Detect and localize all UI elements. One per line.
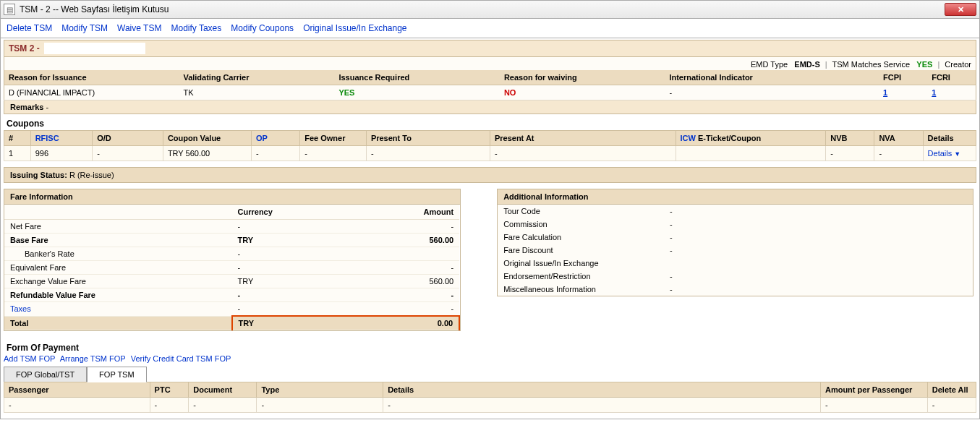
th-nva: NVA <box>874 131 923 146</box>
fop-tabs: FOP Global/TSTFOP TSM <box>4 366 976 382</box>
th-fcpi: FCPI <box>879 70 927 85</box>
original-issue-link[interactable]: Original Issue/In Exchange <box>303 23 406 33</box>
coupon-n: 1 <box>4 146 31 161</box>
th-currency: Currency <box>232 205 346 220</box>
emd-type-value: EMD-S <box>794 60 819 69</box>
additional-panel-title: Additional Information <box>498 189 973 205</box>
creator-label: Creator <box>945 60 971 69</box>
th-passenger: Passenger <box>4 382 150 398</box>
exchange-fare-label: Exchange Value Fare <box>4 275 232 288</box>
matches-value: YES <box>916 60 932 69</box>
tab-fop-global[interactable]: FOP Global/TST <box>4 367 87 382</box>
arrange-tsm-fop-link[interactable]: Arrange TSM FOP <box>60 354 126 363</box>
taxes-link[interactable]: Taxes <box>10 304 31 313</box>
commission-label: Commission <box>498 218 664 231</box>
window-titlebar: ▤ TSM - 2 -- Web Sayfası İletişim Kutusu… <box>0 0 980 19</box>
coupon-present-to: - <box>366 146 490 161</box>
th-reason: Reason for Issuance <box>4 70 179 85</box>
delete-tsm-link[interactable]: Delete TSM <box>7 23 52 33</box>
misc-label: Miscellaneous Information <box>498 283 664 296</box>
th-carrier: Validating Carrier <box>179 70 334 85</box>
th-present-at: Present At <box>490 131 676 146</box>
modify-coupons-link[interactable]: Modify Coupons <box>231 23 294 33</box>
tab-fop-tsm[interactable]: FOP TSM <box>87 367 147 382</box>
reason-value: D (FINANCIAL IMPACT) <box>4 85 179 100</box>
tsm-header-row: TSM 2 - <box>4 40 976 57</box>
intl-value: - <box>665 85 879 100</box>
coupons-table: # RFISC O/D Coupon Value OP Fee Owner Pr… <box>4 130 976 161</box>
th-document: Document <box>189 382 257 398</box>
info-table: Reason for Issuance Validating Carrier I… <box>4 70 976 100</box>
separator: | <box>825 60 827 69</box>
remarks-label: Remarks <box>10 103 43 111</box>
th-delete: Delete All <box>927 382 976 398</box>
refund-fare-label: Refundable Value Fare <box>4 288 232 302</box>
fop-row: - - - - - - - <box>4 398 976 413</box>
th-od: O/D <box>93 131 163 146</box>
emd-type-label: EMD Type <box>751 60 788 69</box>
fcri-link[interactable]: 1 <box>932 88 936 97</box>
coupon-present-at: - <box>490 146 676 161</box>
waiving-value: NO <box>500 85 665 100</box>
add-tsm-fop-link[interactable]: Add TSM FOP <box>4 354 55 363</box>
action-toolbar: Delete TSM Modify TSM Waive TSM Modify T… <box>0 19 980 38</box>
tour-label: Tour Code <box>498 205 664 218</box>
th-op[interactable]: OP <box>256 134 268 142</box>
coupon-row: 1 996 - TRY 560.00 - - - - - - Details ▼ <box>4 146 976 161</box>
tsm-label: TSM 2 - <box>9 43 40 54</box>
bankers-rate-label: Banker's Rate <box>4 247 232 261</box>
fare-panel: Fare Information Currency Amount Net Far… <box>4 189 461 331</box>
remarks-row: Remarks - <box>4 100 976 114</box>
net-fare-label: Net Fare <box>4 220 232 234</box>
modify-tsm-link[interactable]: Modify TSM <box>61 23 108 33</box>
coupon-nva: - <box>874 146 923 161</box>
th-waiving: Reason for waiving <box>500 70 665 85</box>
th-details: Details <box>923 131 976 146</box>
tsm-name-field[interactable] <box>44 43 145 54</box>
info-row: D (FINANCIAL IMPACT) TK YES NO - 1 1 <box>4 85 976 100</box>
th-amount: Amount per Passenger <box>820 382 927 398</box>
total-label: Total <box>4 316 232 330</box>
base-fare-label: Base Fare <box>4 234 232 247</box>
endorse-label: Endorsement/Restriction <box>498 270 664 283</box>
th-fee-owner: Fee Owner <box>300 131 367 146</box>
modify-taxes-link[interactable]: Modify Taxes <box>171 23 221 33</box>
coupon-nvb: - <box>826 146 874 161</box>
remarks-value: - <box>46 103 49 111</box>
th-coupon-value: Coupon Value <box>163 131 251 146</box>
fop-title: Form Of Payment <box>4 338 976 354</box>
th-details: Details <box>383 382 821 398</box>
verify-cc-link[interactable]: Verify Credit Card TSM FOP <box>131 354 231 363</box>
total-amount: 0.00 <box>346 316 459 330</box>
th-fcri: FCRI <box>927 70 976 85</box>
fop-table: Passenger PTC Document Type Details Amou… <box>4 382 976 413</box>
coupons-title: Coupons <box>4 114 976 130</box>
th-amount: Amount <box>346 205 459 220</box>
th-present-to: Present To <box>366 131 490 146</box>
coupon-rfisc: 996 <box>30 146 93 161</box>
fop-links: Add TSM FOP Arrange TSM FOP Verify Credi… <box>4 354 976 363</box>
issuance-value: YES <box>334 85 499 100</box>
th-type: Type <box>257 382 383 398</box>
th-n: # <box>4 131 31 146</box>
fare-panel-title: Fare Information <box>4 189 460 205</box>
th-ptc: PTC <box>150 382 189 398</box>
fcpi-link[interactable]: 1 <box>883 88 887 97</box>
original-label: Original Issue/In Exchange <box>498 257 664 270</box>
close-button[interactable]: ✕ <box>945 3 976 16</box>
issuing-status-bar: Issuing Status: R (Re-issue) <box>4 167 976 183</box>
th-intl: International Indicator <box>665 70 879 85</box>
th-eticket: E-Ticket/Coupon <box>696 134 761 142</box>
waive-tsm-link[interactable]: Waive TSM <box>117 23 161 33</box>
th-icw[interactable]: ICW <box>681 134 696 142</box>
coupon-details-link[interactable]: Details ▼ <box>928 149 961 158</box>
issuing-value: R (Re-issue) <box>69 171 114 179</box>
fare-disc-label: Fare Discount <box>498 244 664 257</box>
total-currency: TRY <box>232 316 346 330</box>
issuing-label: Issuing Status: <box>10 171 67 179</box>
coupon-eticket <box>676 146 826 161</box>
coupon-od: - <box>93 146 163 161</box>
th-rfisc[interactable]: RFISC <box>35 134 59 142</box>
additional-panel: Additional Information Tour Code- Commis… <box>497 189 973 296</box>
coupon-op: - <box>252 146 300 161</box>
